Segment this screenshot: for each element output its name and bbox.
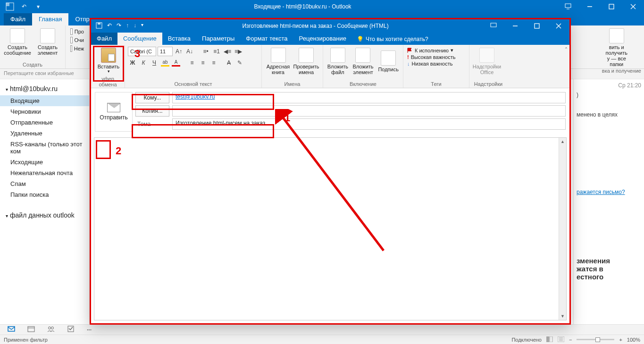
outlook-main-window: ↶ ▾ Входящие - html@10bukv.ru - Outlook … bbox=[0, 0, 644, 344]
signature-button[interactable]: Подпись bbox=[376, 47, 400, 76]
folder-spam[interactable]: Спам bbox=[0, 178, 89, 189]
paste-button[interactable]: Вставить ▾ bbox=[94, 47, 123, 75]
nav-people-icon[interactable] bbox=[47, 326, 55, 334]
bulb-icon: 💡 bbox=[357, 36, 364, 42]
attach-item-button[interactable]: Вложить элемент bbox=[351, 47, 376, 76]
preview-p3: естного bbox=[577, 273, 641, 281]
ribbon-options-icon[interactable] bbox=[557, 0, 579, 13]
nav-tasks-icon[interactable] bbox=[67, 326, 75, 334]
compose-maximize-button[interactable] bbox=[526, 19, 548, 33]
send-button[interactable]: Отправить bbox=[95, 92, 133, 132]
compose-tab-insert[interactable]: Вставка bbox=[162, 33, 196, 45]
zoom-slider[interactable] bbox=[577, 339, 614, 340]
tell-me-field[interactable]: 💡Что вы хотите сделать? bbox=[352, 34, 433, 45]
office-addins-button[interactable]: Надстройки Office bbox=[472, 47, 502, 76]
editor-scrollbar[interactable]: ▲ ▼ bbox=[559, 138, 566, 320]
nav-calendar-icon[interactable] bbox=[27, 326, 35, 334]
font-color-button[interactable]: A bbox=[171, 58, 181, 67]
font-name-combo[interactable]: Calibri (С bbox=[128, 47, 156, 56]
undo-icon[interactable]: ↶ bbox=[107, 22, 112, 30]
bullets-icon[interactable]: ≡• bbox=[201, 47, 210, 56]
view-reading-icon[interactable] bbox=[558, 336, 564, 343]
account-node[interactable]: html@10bukv.ru bbox=[0, 82, 89, 95]
compose-tab-message[interactable]: Сообщение bbox=[117, 33, 162, 45]
address-book-button[interactable]: Адресная книга bbox=[265, 47, 292, 76]
preview-p2: жатся в bbox=[577, 265, 641, 273]
data-file-node[interactable]: файл данных outlook bbox=[0, 209, 89, 222]
indent-icon[interactable]: ≡▶ bbox=[234, 47, 243, 56]
nav-more-icon[interactable]: ··· bbox=[87, 327, 92, 333]
tab-home[interactable]: Главная bbox=[32, 13, 68, 25]
cc-button[interactable]: Копия... bbox=[135, 105, 169, 117]
tab-file[interactable]: Файл bbox=[4, 13, 32, 25]
undo-icon[interactable]: ↶ bbox=[19, 1, 29, 12]
low-importance-button[interactable]: ↓Низкая важность bbox=[406, 60, 466, 67]
scroll-down-icon[interactable]: ▼ bbox=[559, 312, 566, 320]
preview-link[interactable]: ражается письмо? bbox=[577, 189, 625, 195]
new-mail-button[interactable]: Создать сообщение bbox=[3, 27, 32, 57]
clear-format-icon[interactable]: A̶ bbox=[224, 58, 234, 67]
save-icon[interactable] bbox=[96, 22, 102, 30]
zoom-in-button[interactable]: + bbox=[619, 337, 622, 343]
compose-close-button[interactable] bbox=[548, 19, 569, 33]
highlight-color-button[interactable]: ab bbox=[160, 58, 170, 67]
shrink-font-icon[interactable]: A↓ bbox=[185, 47, 194, 56]
nav-mail-icon[interactable] bbox=[8, 326, 15, 334]
folder-rss[interactable]: RSS-каналы (только этот ком bbox=[0, 139, 89, 157]
folder-inbox[interactable]: Входящие bbox=[0, 95, 89, 106]
send-receive-button[interactable]: вить и получитьу — все папки bbox=[602, 27, 631, 68]
zoom-out-button[interactable]: − bbox=[569, 337, 572, 343]
to-field[interactable]: test@10bukv.ru bbox=[172, 92, 566, 103]
folder-sent[interactable]: Отправленные bbox=[0, 117, 89, 128]
subject-field[interactable]: Изготовление html-писем на заказ bbox=[172, 118, 566, 130]
compose-tab-review[interactable]: Рецензирование bbox=[293, 33, 352, 45]
cleanup-button[interactable]: Очи bbox=[68, 36, 86, 44]
folder-search[interactable]: Папки поиска bbox=[0, 189, 89, 200]
folder-outbox[interactable]: Исходящие bbox=[0, 157, 89, 168]
follow-up-button[interactable]: К исполнению ▾ bbox=[406, 47, 466, 54]
redo-icon[interactable]: ↷ bbox=[117, 22, 121, 30]
new-item-button[interactable]: Создать элемент bbox=[33, 27, 62, 57]
compose-tab-format[interactable]: Формат текста bbox=[240, 33, 293, 45]
numbering-icon[interactable]: ≡1 bbox=[212, 47, 221, 56]
close-button[interactable] bbox=[622, 0, 644, 13]
bold-button[interactable]: Ж bbox=[128, 58, 137, 67]
main-titlebar: ↶ ▾ Входящие - html@10bukv.ru - Outlook bbox=[0, 0, 644, 13]
preview-frag-a: ) bbox=[577, 92, 641, 98]
folder-drafts[interactable]: Черновики bbox=[0, 106, 89, 117]
compose-qat-dropdown-icon[interactable]: ▾ bbox=[141, 22, 143, 30]
format-painter-icon[interactable]: ✎ bbox=[235, 58, 244, 67]
group-sendreceive-label: вка и получение bbox=[602, 68, 641, 74]
next-item-icon[interactable]: ↓ bbox=[134, 22, 136, 30]
underline-button[interactable]: Ч bbox=[150, 58, 159, 67]
compose-ribbon-options-icon[interactable] bbox=[483, 19, 504, 33]
font-size-combo[interactable]: 11 bbox=[158, 47, 173, 56]
junk-button[interactable]: Неж bbox=[68, 44, 86, 53]
to-button[interactable]: Кому... bbox=[135, 92, 169, 103]
italic-button[interactable]: К bbox=[139, 58, 148, 67]
message-body-editor[interactable]: ▲ ▼ bbox=[94, 137, 567, 320]
compose-tab-file[interactable]: Файл bbox=[91, 33, 117, 45]
maximize-button[interactable] bbox=[601, 0, 622, 13]
collapse-ribbon-icon[interactable]: ˄ bbox=[565, 47, 568, 53]
compose-tab-options[interactable]: Параметры bbox=[196, 33, 240, 45]
check-names-button[interactable]: Проверить имена bbox=[293, 47, 320, 76]
cc-field[interactable] bbox=[172, 105, 566, 117]
scroll-up-icon[interactable]: ▲ bbox=[559, 138, 566, 145]
outdent-icon[interactable]: ◀≡ bbox=[223, 47, 232, 56]
minimize-button[interactable] bbox=[579, 0, 601, 13]
align-center-icon[interactable]: ≡ bbox=[198, 58, 208, 67]
align-left-icon[interactable]: ≡ bbox=[187, 58, 197, 67]
folder-deleted[interactable]: Удаленные bbox=[0, 128, 89, 139]
ignore-button[interactable]: Про bbox=[68, 27, 86, 36]
high-importance-button[interactable]: !Высокая важность bbox=[406, 54, 466, 60]
compose-titlebar: ↶ ↷ ↑ ↓ ▾ Изготовление html-писем на зак… bbox=[91, 19, 569, 33]
prev-item-icon[interactable]: ↑ bbox=[126, 22, 129, 30]
folder-junk[interactable]: Нежелательная почта bbox=[0, 168, 89, 178]
compose-minimize-button[interactable] bbox=[504, 19, 526, 33]
align-right-icon[interactable]: ≡ bbox=[209, 58, 218, 67]
attach-file-button[interactable]: Вложить файл bbox=[326, 47, 350, 76]
qat-dropdown-icon[interactable]: ▾ bbox=[33, 1, 43, 12]
grow-font-icon[interactable]: A↑ bbox=[174, 47, 184, 56]
view-normal-icon[interactable] bbox=[546, 336, 553, 343]
